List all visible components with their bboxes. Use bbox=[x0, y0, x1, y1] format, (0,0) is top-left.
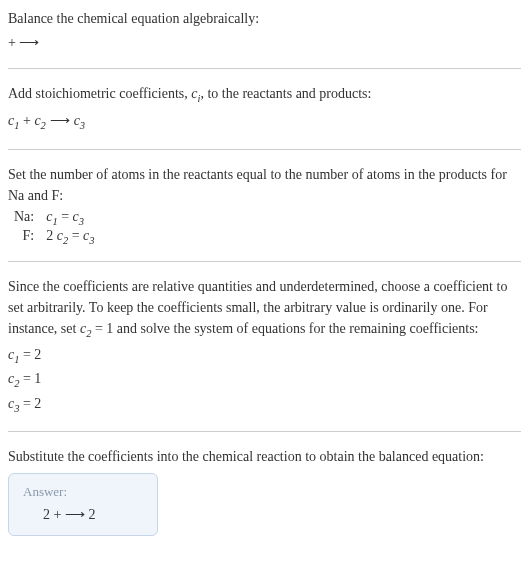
stoich-text: Add stoichiometric coefficients, ci, to … bbox=[8, 83, 521, 107]
solve-text: Since the coefficients are relative quan… bbox=[8, 276, 521, 342]
section-atoms: Set the number of atoms in the reactants… bbox=[8, 164, 521, 248]
answer-equation: 2 + ⟶ 2 bbox=[23, 506, 143, 523]
atom-label-na: Na: bbox=[8, 208, 40, 228]
intro-text: Balance the chemical equation algebraica… bbox=[8, 8, 521, 29]
solve-post: = 1 and solve the system of equations fo… bbox=[91, 321, 478, 336]
divider bbox=[8, 149, 521, 150]
divider bbox=[8, 431, 521, 432]
atoms-text: Set the number of atoms in the reactants… bbox=[8, 164, 521, 206]
eq-plus: + bbox=[19, 113, 34, 128]
c3-sub: 3 bbox=[89, 235, 94, 246]
stoich-equation: c1 + c2 ⟶ c3 bbox=[8, 109, 521, 135]
reactants-placeholder: + bbox=[8, 35, 19, 50]
section-stoichiometric: Add stoichiometric coefficients, ci, to … bbox=[8, 83, 521, 134]
substitute-text: Substitute the coefficients into the che… bbox=[8, 446, 521, 467]
section-balance-intro: Balance the chemical equation algebraica… bbox=[8, 8, 521, 54]
arrow-icon: ⟶ bbox=[65, 506, 85, 522]
stoich-pre: Add stoichiometric coefficients, bbox=[8, 86, 191, 101]
c-val: = 2 bbox=[19, 396, 41, 411]
c-val: = 1 bbox=[19, 371, 41, 386]
answer-label: Answer: bbox=[23, 484, 143, 500]
c-val: = 2 bbox=[19, 347, 41, 362]
intro-equation: + ⟶ bbox=[8, 31, 521, 54]
atom-equations-table: Na: c1 = c3 F: 2 c2 = c3 bbox=[8, 208, 101, 248]
divider bbox=[8, 261, 521, 262]
coef-eq-2: c2 = 1 bbox=[8, 368, 521, 393]
coef-eq-1: c1 = 2 bbox=[8, 344, 521, 369]
atom-label-f: F: bbox=[8, 227, 40, 247]
answer-box: Answer: 2 + ⟶ 2 bbox=[8, 473, 158, 536]
table-row: F: 2 c2 = c3 bbox=[8, 227, 101, 247]
atom-eq-f: 2 c2 = c3 bbox=[40, 227, 100, 247]
c3-sub: 3 bbox=[79, 215, 84, 226]
section-solve: Since the coefficients are relative quan… bbox=[8, 276, 521, 417]
answer-post: 2 bbox=[85, 507, 96, 522]
coef-eq-3: c3 = 2 bbox=[8, 393, 521, 418]
atom-eq-na: c1 = c3 bbox=[40, 208, 100, 228]
section-answer: Substitute the coefficients into the che… bbox=[8, 446, 521, 536]
c3-sub: 3 bbox=[80, 120, 85, 131]
divider bbox=[8, 68, 521, 69]
answer-pre: 2 + bbox=[43, 507, 65, 522]
table-row: Na: c1 = c3 bbox=[8, 208, 101, 228]
equals: = bbox=[68, 228, 83, 243]
arrow-icon: ⟶ bbox=[19, 34, 39, 50]
stoich-post: , to the reactants and products: bbox=[200, 86, 371, 101]
equals: = bbox=[58, 209, 73, 224]
coef-2: 2 bbox=[46, 228, 57, 243]
arrow-icon: ⟶ bbox=[46, 112, 74, 128]
